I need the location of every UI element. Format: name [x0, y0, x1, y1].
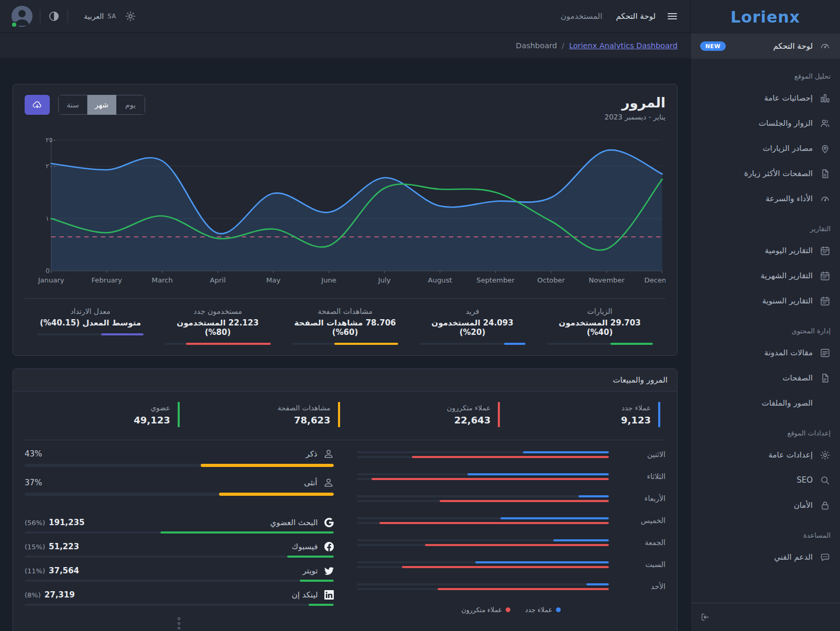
traffic-stat: معدل الارتداد متوسط المعدل (40.15%) — [27, 307, 154, 345]
top-nav-dashboard[interactable]: لوحة التحكم — [616, 12, 656, 21]
google-icon — [324, 518, 334, 527]
sidebar-section-title: إعدادات الموقع — [691, 416, 840, 442]
page-icon — [820, 373, 831, 384]
source-label: لينكد إن — [292, 590, 318, 600]
sidebar-item[interactable]: الزوار والجلسات — [691, 111, 840, 136]
sidebar-item[interactable]: الصفحات — [691, 365, 840, 390]
download-button[interactable] — [25, 95, 50, 115]
gender-percent: 43% — [25, 449, 42, 459]
twitter-icon — [324, 566, 334, 575]
dashboard-icon — [820, 41, 831, 52]
speed-icon — [820, 193, 831, 204]
sidebar-item[interactable]: الدعم الفني — [691, 545, 840, 570]
stat-value: 78.706 مشاهدات الصفحة (60%) — [292, 318, 398, 337]
source-percent: (56%) — [25, 519, 45, 527]
sidebar-item[interactable]: التقارير الشهرية — [691, 263, 840, 288]
day-bars — [357, 583, 609, 590]
linkedin-icon — [324, 590, 334, 600]
top-nav-users[interactable]: المستخدمون — [561, 12, 603, 21]
source-row: البحث العضوي 191,235 (56%) — [25, 514, 334, 538]
topbar-controls: SA العربية — [12, 6, 136, 27]
stat-title: فريد — [419, 307, 526, 316]
traffic-chart: 0١٠٠٢٠٠٢٥٠JanuaryFebruaryMarchAprilMayJu… — [25, 134, 666, 291]
document-icon — [820, 168, 831, 179]
breadcrumb-root[interactable]: Dashboard — [516, 41, 557, 50]
source-numbers: 37,564 (11%) — [25, 566, 79, 575]
divider — [68, 9, 68, 23]
sidebar-section-title: التقارير — [691, 211, 840, 238]
sales-card-title: المرور والمبيعات — [13, 369, 677, 391]
top-nav: لوحة التحكم المستخدمون — [561, 12, 656, 21]
sidebar-section-title: المساعدة — [691, 518, 840, 545]
gear-icon — [820, 450, 831, 461]
traffic-stat: مشاهدات الصفحة 78.706 مشاهدات الصفحة (60… — [281, 307, 409, 345]
range-button-group: يومشهرسنة — [58, 95, 145, 115]
traffic-line-chart: 0١٠٠٢٠٠٢٥٠JanuaryFebruaryMarchAprilMayJu… — [25, 134, 666, 291]
bars-legend: عملاء جددعملاء متكررون — [357, 606, 666, 614]
sidebar-item[interactable]: SEO — [691, 467, 840, 493]
traffic-stat: الزيارات 29.703 المستخدمون (40%) — [536, 307, 663, 345]
stat-value: متوسط المعدل (40.15%) — [37, 318, 144, 328]
language-selector[interactable]: SA العربية — [84, 12, 116, 20]
source-percent: (15%) — [25, 543, 45, 551]
user-avatar[interactable] — [12, 6, 32, 27]
gender-row: ذكر 43% — [25, 443, 334, 472]
range-button[interactable]: شهر — [87, 95, 116, 115]
sidebar-item[interactable]: الصفحات الأكثر زيارة — [691, 161, 840, 186]
sidebar-item[interactable]: الأداء والسرعة — [691, 186, 840, 211]
lock-icon — [820, 500, 831, 511]
app-root: Lorienx لوحة التحكم NEW تحليل الموقعإحصا… — [0, 0, 840, 631]
stat-progress — [547, 343, 653, 345]
svg-text:August: August — [428, 276, 452, 284]
source-row: تويتر 37,564 (11%) — [25, 562, 334, 586]
source-label: البحث العضوي — [270, 518, 318, 527]
stat-progress — [292, 343, 398, 345]
article-icon — [820, 347, 831, 358]
source-progress — [25, 604, 334, 606]
svg-text:October: October — [537, 276, 565, 284]
settings-gear-icon[interactable] — [125, 10, 136, 22]
stat-title: مشاهدات الصفحة — [292, 307, 398, 316]
gender-row: أنثى 37% — [25, 472, 334, 501]
source-label: تويتر — [303, 566, 318, 575]
sales-summary-stat: عضوي 49,123 — [30, 402, 180, 427]
page-content: المرور يناير - ديسمبر 2023 يومشهرسنة 0١٠… — [0, 59, 690, 631]
day-label: الثلاثاء — [617, 472, 666, 481]
stat-title: مستخدمون جدد — [165, 307, 271, 316]
sidebar-section-title: تحليل الموقع — [691, 59, 840, 85]
svg-text:June: June — [321, 276, 336, 284]
sidebar-nav: لوحة التحكم NEW تحليل الموقعإحصائيات عام… — [691, 34, 840, 603]
calendar-icon — [820, 245, 831, 256]
more-dots-indicator — [176, 617, 183, 629]
day-row: الخميس — [357, 509, 666, 531]
range-button[interactable]: يوم — [116, 95, 145, 115]
stat-title: الزيارات — [547, 307, 653, 316]
traffic-stat: فريد 24.093 المستخدمون (20%) — [409, 307, 536, 345]
calendar-icon — [820, 296, 831, 307]
svg-text:January: January — [38, 276, 64, 284]
hamburger-icon[interactable] — [666, 10, 679, 23]
theme-toggle-icon[interactable] — [48, 10, 60, 23]
sidebar-item[interactable]: مصادر الزيارات — [691, 136, 840, 161]
sidebar-item-dashboard[interactable]: لوحة التحكم NEW — [691, 34, 840, 59]
day-row: الثلاثاء — [357, 465, 666, 487]
breadcrumb-current-link[interactable]: Lorienx Analytics Dashboard — [569, 41, 678, 50]
sidebar: Lorienx لوحة التحكم NEW تحليل الموقعإحصا… — [690, 0, 840, 631]
sidebar-item[interactable]: الأمان — [691, 493, 840, 518]
range-button[interactable]: سنة — [58, 95, 88, 115]
sidebar-item[interactable]: مقالات المدونة — [691, 340, 840, 365]
sidebar-collapse-icon[interactable] — [700, 612, 710, 622]
people-icon — [820, 118, 831, 129]
source-percent: (8%) — [25, 591, 41, 599]
sidebar-item[interactable]: التقارير السنوية — [691, 288, 840, 313]
sidebar-item-label: لوحة التحكم — [773, 41, 813, 51]
main-area: لوحة التحكم المستخدمون SA العربية — [0, 0, 690, 631]
sidebar-item[interactable]: الصور والملفات — [691, 390, 840, 416]
source-label: فيسبوك — [292, 542, 318, 551]
sidebar-item[interactable]: إعدادات عامة — [691, 442, 840, 467]
svg-text:April: April — [210, 276, 226, 284]
sidebar-item[interactable]: إحصائيات عامة — [691, 85, 840, 111]
person-icon — [323, 449, 334, 459]
brand-logo[interactable]: Lorienx — [691, 0, 840, 34]
sidebar-item[interactable]: التقارير اليومية — [691, 238, 840, 263]
